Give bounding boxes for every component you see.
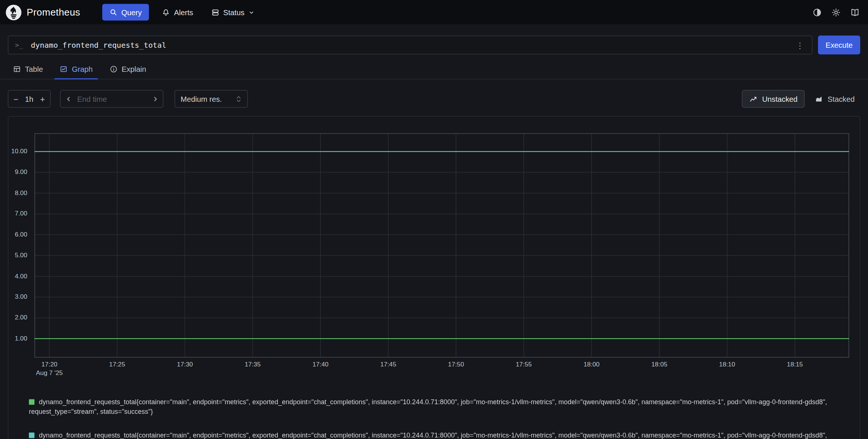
nav-status[interactable]: Status <box>206 4 259 21</box>
y-tick-label: 8.00 <box>15 189 27 196</box>
prometheus-logo-icon <box>6 4 22 20</box>
tab-explain-label: Explain <box>122 65 146 74</box>
resolution-select[interactable]: Medium res. <box>174 90 248 108</box>
select-chevrons-icon <box>236 95 242 103</box>
gear-icon <box>831 7 841 17</box>
legend-swatch <box>29 399 34 405</box>
book-icon <box>850 7 859 17</box>
nav-alerts[interactable]: Alerts <box>157 4 198 21</box>
tab-explain[interactable]: Explain <box>104 61 151 79</box>
table-icon <box>13 65 21 74</box>
legend: dynamo_frontend_requests_total{container… <box>29 398 850 439</box>
info-icon <box>109 65 118 74</box>
x-tick-label: 18:15 <box>787 361 803 368</box>
range-increase-button[interactable]: + <box>35 91 50 107</box>
x-tick-label: 17:40 <box>312 361 328 368</box>
y-tick-label: 1.00 <box>15 335 27 341</box>
brand-name: Prometheus <box>27 6 80 18</box>
range-value[interactable]: 1h <box>23 95 35 103</box>
tab-table-label: Table <box>25 65 43 74</box>
x-tick-label: 17:45 <box>380 361 396 368</box>
y-tick-label: 10.00 <box>11 148 27 154</box>
range-decrease-button[interactable]: − <box>9 91 24 107</box>
main-nav: Query Alerts <box>103 4 260 21</box>
unstacked-button[interactable]: Unstacked <box>742 90 805 108</box>
x-tick-label: 18:05 <box>651 361 667 368</box>
range-selector: − 1h + <box>8 90 51 108</box>
legend-item[interactable]: dynamo_frontend_requests_total{container… <box>29 431 850 439</box>
stacked-button[interactable]: Stacked <box>809 90 860 108</box>
search-icon <box>110 9 117 16</box>
x-axis-date-label: Aug 7 '25 <box>36 369 63 376</box>
theme-toggle-button[interactable] <box>809 4 825 20</box>
tab-graph-label: Graph <box>72 65 93 74</box>
legend-label: dynamo_frontend_requests_total{container… <box>29 432 827 439</box>
y-tick-label: 2.00 <box>15 314 27 321</box>
chart-svg <box>34 133 849 358</box>
x-tick-label: 18:10 <box>719 361 735 368</box>
query-row: >_ ⋮ Execute <box>8 36 860 54</box>
navbar-actions <box>809 4 862 20</box>
graph-controls: − 1h + Medium res. <box>8 90 860 108</box>
tab-graph[interactable]: Graph <box>54 61 97 79</box>
server-icon <box>211 8 219 17</box>
time-back-button[interactable] <box>61 91 76 107</box>
execute-button[interactable]: Execute <box>818 36 860 54</box>
unstacked-label: Unstacked <box>762 95 798 103</box>
y-tick-label: 6.00 <box>15 231 27 238</box>
nav-alerts-label: Alerts <box>174 8 193 17</box>
tab-table[interactable]: Table <box>8 61 48 79</box>
y-tick-label: 4.00 <box>15 272 27 279</box>
settings-button[interactable] <box>828 4 844 20</box>
y-tick-label: 5.00 <box>15 252 27 258</box>
prometheus-app: Prometheus Query Alerts <box>0 0 868 439</box>
x-tick-label: 18:00 <box>583 361 599 368</box>
expression-input-wrapper[interactable]: >_ ⋮ <box>8 36 812 54</box>
navbar: Prometheus Query Alerts <box>0 0 868 24</box>
legend-item[interactable]: dynamo_frontend_requests_total{container… <box>29 398 850 416</box>
nav-status-label: Status <box>223 8 244 17</box>
x-tick-label: 17:35 <box>245 361 260 368</box>
docs-button[interactable] <box>847 4 862 20</box>
stacked-label: Stacked <box>828 95 855 103</box>
y-tick-label: 7.00 <box>15 210 27 217</box>
terminal-prompt-icon: >_ <box>15 41 23 49</box>
legend-swatch <box>29 433 34 438</box>
chevron-down-icon <box>248 9 255 16</box>
chart-line-icon <box>749 95 758 103</box>
time-forward-button[interactable] <box>147 91 163 107</box>
nav-query[interactable]: Query <box>103 4 149 21</box>
bell-icon <box>162 8 170 17</box>
graph-panel: 1.002.003.004.005.006.007.008.009.0010.0… <box>8 116 860 439</box>
x-tick-label: 17:55 <box>516 361 532 368</box>
chart-area-icon <box>815 95 823 103</box>
graph-icon <box>60 65 68 74</box>
brand[interactable]: Prometheus <box>6 4 80 20</box>
legend-label: dynamo_frontend_requests_total{container… <box>29 398 827 416</box>
kebab-menu-icon[interactable]: ⋮ <box>795 41 805 49</box>
x-axis-labels: 17:20Aug 7 '2517:2517:3017:3517:4017:451… <box>34 358 849 381</box>
end-time-input[interactable] <box>76 94 147 104</box>
x-tick-label: 17:20 <box>41 361 57 368</box>
y-tick-label: 3.00 <box>15 293 27 300</box>
x-tick-label: 17:50 <box>448 361 464 368</box>
x-tick-label: 17:30 <box>177 361 193 368</box>
panel-tabs: Table Graph Explain <box>0 61 868 80</box>
resolution-value: Medium res. <box>181 95 222 103</box>
expression-input[interactable] <box>30 40 795 50</box>
x-tick-label: 17:25 <box>109 361 125 368</box>
contrast-icon <box>812 7 822 17</box>
y-axis-labels: 1.002.003.004.005.006.007.008.009.0010.0… <box>9 133 32 358</box>
end-time-picker <box>60 90 163 108</box>
plot-area[interactable] <box>34 133 849 358</box>
y-tick-label: 9.00 <box>15 168 27 175</box>
nav-query-label: Query <box>122 8 142 17</box>
